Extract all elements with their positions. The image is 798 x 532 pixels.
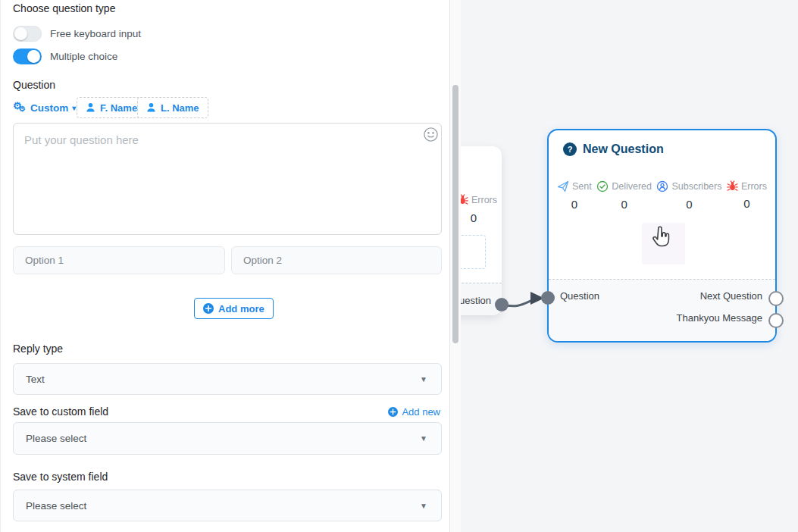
free-keyboard-toggle[interactable] <box>13 26 42 42</box>
custom-button-label: Custom <box>30 102 68 114</box>
custom-field-select[interactable]: Please select ▼ <box>13 422 442 455</box>
reply-type-select[interactable]: Text ▼ <box>13 363 442 395</box>
emoji-picker-icon[interactable] <box>423 127 439 142</box>
node-stats: Sent 0 Delivered 0 Subscribers <box>549 180 775 211</box>
field-button-label: F. Name <box>100 102 137 114</box>
stat-subscribers: Subscribers 0 <box>656 180 721 211</box>
toggle-label: Multiple choice <box>50 51 117 62</box>
free-keyboard-toggle-row: Free keyboard input <box>13 25 141 42</box>
select-value: Please select <box>26 433 86 444</box>
stat-label: Delivered <box>612 181 652 192</box>
stat-errors: Errors <box>457 194 497 205</box>
flow-builder-app: Errors 0 Question ? New Question Sent <box>0 0 798 532</box>
stat-delivered: Delivered 0 <box>596 180 652 211</box>
output-port-label: Thankyou Message <box>677 312 762 324</box>
select-value: Please select <box>26 500 86 512</box>
send-icon <box>557 180 569 192</box>
custom-fields-dropdown-button[interactable]: ⚙⚙ Custom ▾ <box>13 97 76 118</box>
option-1-input[interactable] <box>13 246 225 274</box>
stat-label: Errors <box>741 181 767 192</box>
stat-value: 0 <box>458 211 489 224</box>
toggle-label: Free keyboard input <box>50 28 141 39</box>
question-section-label: Question <box>13 79 55 91</box>
caret-down-icon: ▼ <box>420 502 427 510</box>
question-text-input[interactable] <box>13 123 442 235</box>
stat-value: 0 <box>621 198 627 211</box>
caret-down-icon: ▼ <box>420 375 427 383</box>
question-badge-icon: ? <box>563 142 577 156</box>
last-name-field-button[interactable]: L. Name <box>137 97 208 118</box>
multiple-choice-toggle-row: Multiple choice <box>13 48 117 64</box>
person-icon <box>146 102 156 113</box>
node-title: New Question <box>583 142 664 156</box>
next-question-port[interactable] <box>768 291 784 306</box>
system-field-label: Save to system field <box>13 471 108 483</box>
custom-field-label: Save to custom field <box>13 405 108 418</box>
stat-value: 0 <box>686 198 692 211</box>
input-port-label: Question <box>560 290 599 302</box>
stat-label: Errors <box>471 195 497 205</box>
stat-value: 0 <box>743 197 749 210</box>
add-more-label: Add more <box>218 303 264 315</box>
system-field-select[interactable]: Please select ▼ <box>13 490 442 521</box>
add-new-label: Add new <box>402 406 440 418</box>
add-new-custom-field-link[interactable]: Add new <box>388 406 440 418</box>
node-header: ? New Question <box>563 142 664 156</box>
option-2-input[interactable] <box>231 246 442 274</box>
output-port-label: Next Question <box>700 290 762 302</box>
node-footer: Question Next Question Thankyou Message <box>549 279 775 341</box>
scrollbar-thumb[interactable] <box>452 85 458 343</box>
multiple-choice-toggle[interactable] <box>13 49 42 64</box>
first-name-field-button[interactable]: F. Name <box>77 97 146 118</box>
stat-errors: Errors 0 <box>727 180 767 211</box>
caret-down-icon: ▼ <box>420 434 427 443</box>
stat-sent: Sent 0 <box>557 180 592 211</box>
toggle-knob <box>14 27 27 40</box>
question-type-label: Choose question type <box>13 2 115 14</box>
reply-type-label: Reply type <box>13 343 63 355</box>
plus-circle-icon <box>388 407 398 417</box>
gears-icon: ⚙⚙ <box>13 102 27 114</box>
question-settings-panel: Choose question type Free keyboard input… <box>0 0 450 532</box>
check-circle-icon <box>596 180 609 192</box>
subscriber-icon <box>656 180 668 192</box>
add-more-button[interactable]: Add more <box>194 298 274 319</box>
toggle-knob <box>27 50 40 63</box>
stat-label: Sent <box>572 181 592 192</box>
plus-circle-icon <box>203 303 214 314</box>
stat-label: Subscribers <box>671 181 721 192</box>
select-value: Text <box>26 374 45 385</box>
field-button-label: L. Name <box>161 102 199 114</box>
person-icon <box>86 102 95 113</box>
caret-down-icon: ▾ <box>72 104 76 112</box>
bug-icon <box>727 180 738 192</box>
stat-value: 0 <box>571 198 577 211</box>
hand-cursor-icon <box>649 225 672 249</box>
panel-scrollbar <box>450 0 461 532</box>
thankyou-message-port[interactable] <box>768 313 784 328</box>
